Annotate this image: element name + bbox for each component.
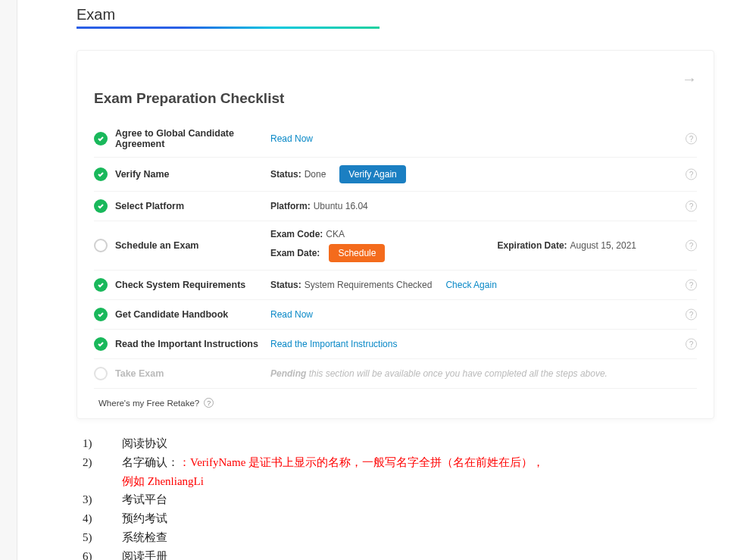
help-icon[interactable]: ? bbox=[686, 201, 697, 212]
expiration-label: Expiration Date:August 15, 2021 bbox=[498, 240, 636, 251]
row-agree: Agree to Global Candidate Agreement Read… bbox=[94, 120, 697, 158]
note-item: 2)名字确认：：VerifyName 是证书上显示的名称，一般写名字全拼（名在前… bbox=[83, 453, 708, 472]
help-icon[interactable]: ? bbox=[686, 240, 697, 252]
card-title: Exam Preparation Checklist bbox=[94, 90, 697, 107]
pending-text: Pending this section will be available o… bbox=[270, 368, 697, 379]
row-schedule: Schedule an Exam Exam Code:CKA Exam Date… bbox=[94, 221, 697, 271]
empty-circle-icon bbox=[94, 239, 108, 252]
note-item: 3)考试平台 bbox=[83, 490, 708, 509]
row-label: Verify Name bbox=[115, 169, 270, 180]
check-icon bbox=[94, 167, 108, 181]
row-platform: Select Platform Platform:Ubuntu 16.04 ? bbox=[94, 192, 697, 221]
check-again-link[interactable]: Check Again bbox=[445, 280, 496, 290]
row-instructions: Read the Important Instructions Read the… bbox=[94, 330, 697, 359]
read-now-link[interactable]: Read Now bbox=[270, 133, 313, 144]
note-item-cont: 例如 ZhenliangLi bbox=[122, 472, 708, 491]
read-now-link[interactable]: Read Now bbox=[270, 309, 313, 320]
notes-section: 1)阅读协议 2)名字确认：：VerifyName 是证书上显示的名称，一般写名… bbox=[83, 434, 708, 560]
row-sysreq: Check System Requirements Status:System … bbox=[94, 271, 697, 300]
help-icon[interactable]: ? bbox=[686, 280, 697, 291]
row-label: Get Candidate Handbook bbox=[115, 309, 270, 320]
page-container: Exam → Exam Preparation Checklist Agree … bbox=[17, 0, 731, 560]
arrow-right-icon[interactable]: → bbox=[682, 70, 697, 88]
help-icon[interactable]: ? bbox=[686, 133, 697, 145]
schedule-button[interactable]: Schedule bbox=[329, 244, 385, 262]
note-item: 4)预约考试 bbox=[83, 509, 708, 528]
row-label: Select Platform bbox=[115, 201, 270, 211]
row-label: Schedule an Exam bbox=[115, 240, 270, 251]
help-icon[interactable]: ? bbox=[686, 309, 697, 321]
row-label: Agree to Global Candidate Agreement bbox=[115, 128, 270, 149]
row-take-exam: Take Exam Pending this section will be a… bbox=[94, 359, 697, 389]
empty-circle-icon bbox=[94, 367, 108, 380]
check-icon bbox=[94, 337, 108, 351]
help-icon[interactable]: ? bbox=[204, 398, 214, 408]
note-item: 5)系统检查 bbox=[83, 528, 708, 547]
row-label: Check System Requirements bbox=[115, 280, 270, 290]
note-item: 1)阅读协议 bbox=[83, 434, 708, 453]
row-label: Read the Important Instructions bbox=[115, 339, 270, 349]
title-underline bbox=[77, 27, 380, 29]
page-title: Exam bbox=[77, 6, 731, 23]
check-icon bbox=[94, 199, 108, 213]
row-handbook: Get Candidate Handbook Read Now ? bbox=[94, 300, 697, 330]
row-label: Take Exam bbox=[115, 368, 270, 379]
platform-label: Platform:Ubuntu 16.04 bbox=[270, 201, 368, 211]
exam-header: Exam bbox=[77, 6, 731, 33]
check-icon bbox=[94, 278, 108, 292]
help-icon[interactable]: ? bbox=[686, 169, 697, 180]
verify-again-button[interactable]: Verify Again bbox=[339, 165, 405, 183]
checklist-card: → Exam Preparation Checklist Agree to Gl… bbox=[77, 50, 714, 419]
status-label: Status:System Requirements Checked bbox=[270, 280, 432, 290]
free-retake-link[interactable]: Where's my Free Retake? ? bbox=[94, 398, 697, 408]
status-label: Status:Done bbox=[270, 169, 326, 180]
help-icon[interactable]: ? bbox=[686, 339, 697, 350]
note-item: 6)阅读手册 bbox=[83, 547, 708, 561]
row-verify-name: Verify Name Status:Done Verify Again ? bbox=[94, 158, 697, 192]
check-icon bbox=[94, 308, 108, 321]
read-instructions-link[interactable]: Read the Important Instructions bbox=[270, 339, 397, 349]
check-icon bbox=[94, 132, 108, 145]
schedule-details: Exam Code:CKA Exam Date: Schedule bbox=[270, 229, 385, 262]
